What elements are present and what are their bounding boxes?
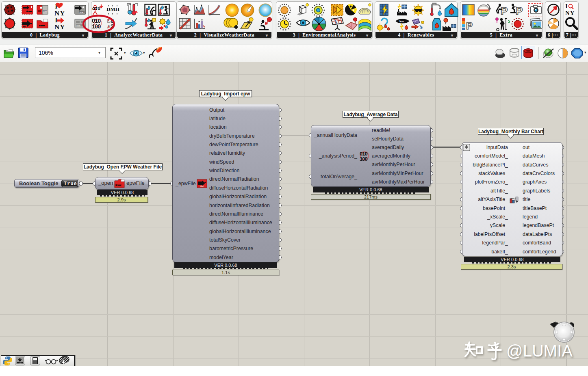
svg-text:epw: epw [200, 185, 204, 187]
svg-text:P: P [516, 5, 523, 17]
svg-text:stat: stat [76, 24, 80, 27]
svg-text:stat: stat [80, 11, 84, 13]
svg-text:OIO: OIO [92, 6, 100, 11]
svg-text:P: P [466, 20, 473, 31]
svg-text:I: I [565, 3, 568, 9]
svg-text:NY: NY [565, 10, 575, 16]
svg-text:stat: stat [43, 10, 48, 12]
svg-text:100: 100 [360, 156, 367, 162]
svg-text:DMH: DMH [106, 6, 119, 12]
svg-text:kw: kw [399, 19, 404, 23]
svg-text:P: P [501, 5, 508, 17]
svg-text:NY: NY [54, 23, 65, 30]
